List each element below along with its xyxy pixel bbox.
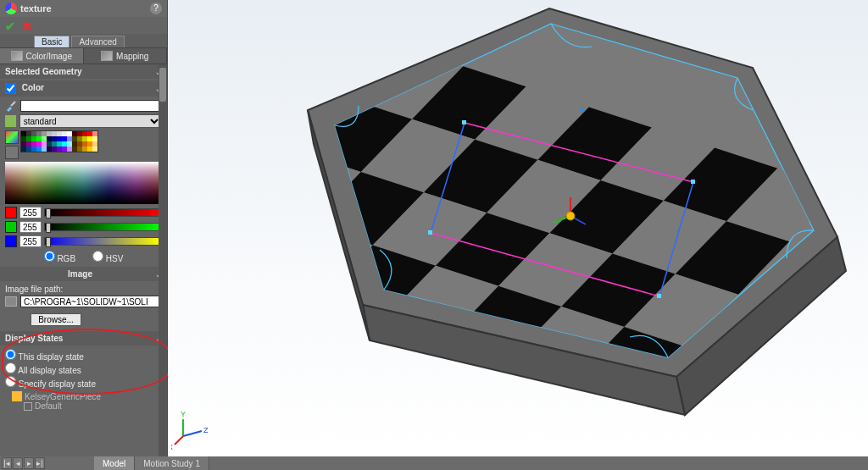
svg-line-61 bbox=[175, 436, 183, 445]
svg-rect-25 bbox=[168, 184, 247, 257]
section-color-title: Color bbox=[22, 83, 44, 92]
section-color-head[interactable]: Color ⌄ bbox=[0, 80, 167, 97]
confirm-row: ✔ ✖ bbox=[0, 17, 167, 34]
property-panel: texture ? ✔ ✖ Basic Advanced Color/Image… bbox=[0, 0, 168, 456]
tree-node-child[interactable]: Default bbox=[12, 401, 162, 411]
tab-color-image-label: Color/Image bbox=[26, 52, 72, 61]
green-slider[interactable] bbox=[44, 223, 162, 231]
section-display-states-title: Display States bbox=[5, 334, 63, 343]
svg-rect-47 bbox=[408, 412, 521, 456]
red-value-input[interactable] bbox=[19, 207, 42, 218]
sub-tabs: Color/Image Mapping bbox=[0, 47, 167, 64]
image-path-label: Image file path: bbox=[5, 285, 162, 294]
browse-button[interactable]: Browse... bbox=[31, 313, 81, 326]
cursor-cross: + bbox=[579, 105, 585, 117]
red-swatch bbox=[5, 207, 17, 218]
standard-select[interactable]: standard bbox=[19, 114, 162, 128]
svg-rect-44 bbox=[220, 351, 333, 424]
state-icon bbox=[24, 402, 32, 411]
mapping-icon bbox=[101, 51, 113, 61]
image-icon bbox=[5, 296, 17, 307]
status-arrow-first[interactable]: |◂ bbox=[2, 457, 12, 469]
panel-scroll: Selected Geometry ⌄ Color ⌄ bbox=[0, 64, 167, 456]
section-selected-geometry-head[interactable]: Selected Geometry ⌄ bbox=[0, 64, 167, 79]
section-image-head[interactable]: Image ⌄ bbox=[0, 267, 167, 281]
color-checkbox[interactable] bbox=[5, 83, 16, 94]
color-image-icon bbox=[11, 51, 23, 61]
svg-rect-50 bbox=[691, 180, 695, 184]
cancel-button[interactable]: ✖ bbox=[22, 19, 32, 33]
svg-rect-35 bbox=[208, 278, 321, 351]
svg-rect-17 bbox=[184, 131, 298, 205]
section-color-body: standard bbox=[0, 97, 167, 267]
texture-icon bbox=[5, 3, 17, 14]
tab-color-image[interactable]: Color/Image bbox=[0, 48, 84, 64]
status-tabs: Model Motion Study 1 bbox=[94, 456, 209, 470]
palette-grid[interactable] bbox=[20, 130, 98, 152]
section-image-title: Image bbox=[5, 269, 155, 279]
svg-rect-33 bbox=[168, 237, 196, 311]
model-view: + bbox=[168, 0, 868, 456]
svg-rect-42 bbox=[168, 310, 208, 384]
blue-swatch bbox=[5, 235, 17, 247]
rgb-radio[interactable]: RGB bbox=[44, 251, 75, 263]
brush-icon bbox=[5, 100, 17, 112]
svg-text:Y: Y bbox=[181, 410, 186, 418]
viewport[interactable]: + Y Z X bbox=[168, 0, 868, 456]
svg-rect-52 bbox=[657, 294, 661, 298]
ds-radio-specify[interactable]: Specify display state bbox=[5, 376, 162, 389]
tab-mapping-label: Mapping bbox=[116, 52, 148, 61]
svg-text:Z: Z bbox=[203, 426, 209, 434]
section-image-body: Image file path: Browse... bbox=[0, 281, 167, 331]
hue-picker[interactable] bbox=[5, 162, 162, 204]
svg-rect-45 bbox=[282, 372, 396, 445]
svg-rect-48 bbox=[471, 433, 585, 456]
svg-rect-49 bbox=[462, 120, 466, 124]
section-display-states-body: This display state All display states Sp… bbox=[0, 346, 167, 414]
status-arrow-next[interactable]: ▸ bbox=[24, 457, 34, 469]
panel-scrollbar[interactable] bbox=[159, 64, 167, 456]
tab-model[interactable]: Model bbox=[94, 456, 135, 470]
tab-mapping[interactable]: Mapping bbox=[84, 48, 168, 64]
green-swatch bbox=[5, 221, 17, 233]
panel-title: texture bbox=[20, 3, 150, 14]
svg-rect-51 bbox=[428, 230, 432, 235]
svg-text:X: X bbox=[171, 443, 173, 450]
help-icon[interactable]: ? bbox=[150, 3, 162, 14]
display-states-tree: KelseyGenericPiece Default bbox=[5, 391, 162, 411]
palette-icon bbox=[5, 115, 16, 127]
status-arrows: |◂ ◂ ▸ ▸| bbox=[2, 457, 45, 469]
svg-rect-34 bbox=[168, 257, 259, 331]
viewport-triad: Y Z X bbox=[171, 407, 214, 450]
ok-button[interactable]: ✔ bbox=[5, 19, 15, 33]
section-selected-geometry-title: Selected Geometry bbox=[5, 67, 82, 76]
image-path-input[interactable] bbox=[20, 296, 162, 307]
blue-value-input[interactable] bbox=[19, 235, 42, 247]
green-value-input[interactable] bbox=[19, 221, 42, 233]
mode-tabs: Basic Advanced bbox=[0, 34, 167, 47]
section-display-states-head[interactable]: Display States ⌄ bbox=[0, 331, 167, 346]
tab-basic[interactable]: Basic bbox=[34, 36, 70, 47]
tree-node-root[interactable]: KelseyGenericPiece bbox=[12, 391, 162, 401]
part-icon bbox=[12, 391, 22, 401]
palette-swatch[interactable] bbox=[92, 147, 97, 152]
palette-add-button[interactable] bbox=[5, 130, 19, 144]
svg-rect-26 bbox=[196, 204, 309, 278]
status-bar: |◂ ◂ ▸ ▸| Model Motion Study 1 bbox=[0, 456, 868, 470]
svg-line-59 bbox=[183, 431, 202, 436]
palette-pane-button[interactable] bbox=[5, 146, 19, 159]
panel-header: texture ? bbox=[0, 0, 167, 17]
svg-point-56 bbox=[566, 212, 575, 220]
blue-slider[interactable] bbox=[44, 237, 162, 246]
ds-radio-all[interactable]: All display states bbox=[5, 362, 162, 375]
tab-motion-study[interactable]: Motion Study 1 bbox=[135, 456, 209, 470]
svg-rect-46 bbox=[345, 392, 459, 456]
tab-advanced[interactable]: Advanced bbox=[71, 36, 124, 47]
hsv-radio[interactable]: HSV bbox=[92, 251, 123, 263]
red-slider[interactable] bbox=[44, 208, 162, 217]
color-value-input[interactable] bbox=[20, 100, 162, 112]
status-arrow-last[interactable]: ▸| bbox=[35, 457, 45, 469]
svg-rect-43 bbox=[168, 330, 270, 404]
status-arrow-prev[interactable]: ◂ bbox=[13, 457, 23, 469]
ds-radio-this[interactable]: This display state bbox=[5, 349, 162, 362]
